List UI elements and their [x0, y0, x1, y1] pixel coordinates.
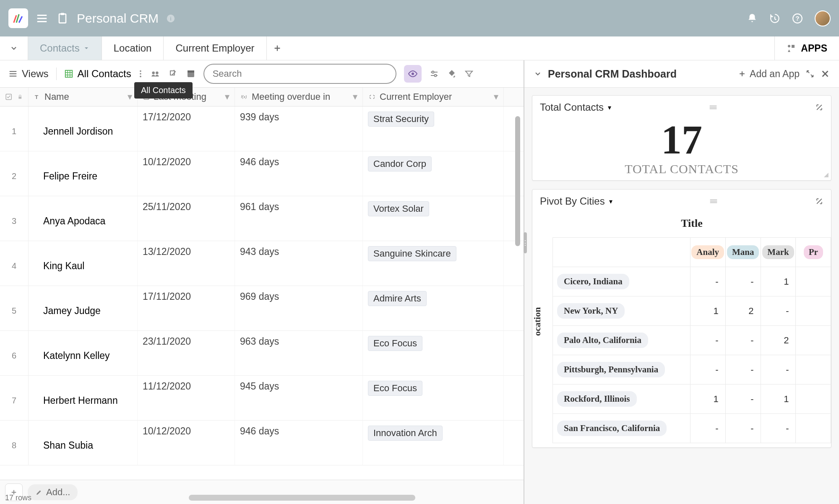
pivot-row[interactable]: Rockford, Illinois1-1 — [553, 384, 831, 414]
col-meeting-overdue[interactable]: f(x) Meeting overdue in ▾ — [235, 88, 363, 106]
vertical-scrollbar[interactable] — [515, 116, 520, 284]
add-tab-button[interactable] — [267, 36, 288, 60]
tab-location[interactable]: Location — [102, 36, 164, 60]
cell-current-employer[interactable]: Vortex Solar — [363, 196, 504, 241]
grid-body[interactable]: 1Jennell Jordison17/12/2020939 daysStrat… — [0, 107, 524, 480]
avatar[interactable] — [815, 10, 831, 26]
cell-current-employer[interactable]: Innovation Arch — [363, 421, 504, 465]
cell-last-meeting[interactable]: 17/11/2020 — [138, 286, 235, 330]
history-icon[interactable] — [769, 13, 780, 24]
cell-meeting-overdue[interactable]: 969 days — [235, 286, 363, 330]
table-row[interactable]: 5Jamey Judge17/11/2020969 daysAdmire Art… — [0, 286, 524, 331]
help-icon[interactable]: ? — [792, 13, 803, 24]
add-app-button[interactable]: Add an App — [738, 68, 800, 80]
current-view[interactable]: All Contacts — [64, 68, 131, 80]
share-icon[interactable] — [150, 68, 161, 79]
pivot-col-header[interactable]: Mark — [761, 238, 796, 267]
cell-current-employer[interactable]: Sanguine Skincare — [363, 241, 504, 286]
cell-name[interactable]: King Kaul — [29, 241, 138, 286]
table-row[interactable]: 6Katelynn Kelley23/11/2020963 daysEco Fo… — [0, 331, 524, 376]
checkbox-header[interactable] — [0, 88, 29, 106]
horizontal-scrollbar[interactable] — [189, 495, 415, 501]
info-icon[interactable]: i — [166, 14, 175, 23]
pivot-row[interactable]: Pittsburgh, Pennsylvania--- — [553, 355, 831, 384]
pivot-col-header[interactable]: Pr — [796, 238, 831, 267]
cell-last-meeting[interactable]: 17/12/2020 — [138, 107, 235, 151]
expand-icon[interactable] — [815, 197, 823, 205]
menu-icon[interactable] — [36, 12, 48, 25]
app-logo[interactable] — [8, 8, 28, 28]
cell-last-meeting[interactable]: 13/12/2020 — [138, 241, 235, 286]
chevron-down-icon[interactable]: ▾ — [225, 91, 229, 102]
search-box[interactable] — [203, 64, 396, 84]
cell-current-employer[interactable]: Strat Security — [363, 107, 504, 151]
table-row[interactable]: 1Jennell Jordison17/12/2020939 daysStrat… — [0, 107, 524, 151]
cell-name[interactable]: Anya Apodaca — [29, 196, 138, 241]
resize-handle-icon[interactable]: ◢ — [824, 171, 829, 178]
chevron-down-icon[interactable]: ▾ — [128, 91, 132, 102]
cell-current-employer[interactable]: Admire Arts — [363, 286, 504, 330]
filter-icon[interactable] — [464, 69, 474, 78]
cell-meeting-overdue[interactable]: 945 days — [235, 376, 363, 420]
close-icon[interactable] — [821, 69, 830, 78]
table-row[interactable]: 2Felipe Freire10/12/2020946 daysCandor C… — [0, 151, 524, 196]
settings-icon[interactable] — [429, 69, 439, 79]
cell-meeting-overdue[interactable]: 943 days — [235, 241, 363, 286]
cell-meeting-overdue[interactable]: 946 days — [235, 151, 363, 196]
tab-dropdown[interactable] — [0, 36, 28, 60]
drag-handle-icon[interactable] — [709, 104, 717, 110]
cell-name[interactable]: Jennell Jordison — [29, 107, 138, 151]
tab-contacts[interactable]: Contacts — [28, 36, 102, 60]
col-current-employer[interactable]: Current Employer ▾ — [363, 88, 504, 106]
widget-title[interactable]: Pivot By Cities — [540, 195, 605, 207]
cell-meeting-overdue[interactable]: 961 days — [235, 196, 363, 241]
view-options-icon[interactable] — [139, 69, 142, 78]
chevron-down-icon[interactable]: ▾ — [494, 91, 498, 102]
bell-icon[interactable] — [747, 13, 758, 24]
cell-meeting-overdue[interactable]: 939 days — [235, 107, 363, 151]
apps-button[interactable]: APPS — [774, 36, 839, 60]
splitter-handle[interactable] — [524, 232, 527, 253]
pivot-row[interactable]: Palo Alto, California--2 — [553, 326, 831, 355]
pivot-col-header[interactable]: Analy — [690, 238, 725, 267]
export-icon[interactable] — [168, 69, 178, 79]
widget-title[interactable]: Total Contacts — [540, 101, 604, 113]
cell-last-meeting[interactable]: 23/11/2020 — [138, 331, 235, 375]
visibility-toggle[interactable] — [404, 65, 422, 83]
cell-last-meeting[interactable]: 10/12/2020 — [138, 151, 235, 196]
cell-name[interactable]: Shan Subia — [29, 421, 138, 465]
cell-last-meeting[interactable]: 10/12/2020 — [138, 421, 235, 465]
cell-name[interactable]: Katelynn Kelley — [29, 331, 138, 375]
expand-icon[interactable] — [805, 69, 815, 78]
chevron-down-icon[interactable] — [534, 70, 542, 78]
table-row[interactable]: 8Shan Subia10/12/2020946 daysInnovation … — [0, 421, 524, 465]
cell-last-meeting[interactable]: 25/11/2020 — [138, 196, 235, 241]
pivot-col-header[interactable]: Mana — [725, 238, 761, 267]
cell-meeting-overdue[interactable]: 946 days — [235, 421, 363, 465]
expand-icon[interactable] — [815, 103, 823, 112]
cell-current-employer[interactable]: Eco Focus — [363, 376, 504, 420]
table-row[interactable]: 7Herbert Hermann11/12/2020945 daysEco Fo… — [0, 376, 524, 421]
drag-handle-icon[interactable] — [709, 198, 718, 204]
cell-name[interactable]: Jamey Judge — [29, 286, 138, 330]
pivot-row[interactable]: New York, NY12- — [553, 296, 831, 326]
cell-name[interactable]: Herbert Hermann — [29, 376, 138, 420]
cell-name[interactable]: Felipe Freire — [29, 151, 138, 196]
fill-icon[interactable] — [447, 69, 457, 79]
table-row[interactable]: 3Anya Apodaca25/11/2020961 daysVortex So… — [0, 196, 524, 241]
table-row[interactable]: 4King Kaul13/12/2020943 daysSanguine Ski… — [0, 241, 524, 286]
tab-current-employer[interactable]: Current Employer — [164, 36, 266, 60]
page-title[interactable]: Personal CRM — [77, 11, 159, 26]
search-input[interactable] — [213, 68, 387, 79]
col-name[interactable]: T Name ▾ — [29, 88, 138, 106]
cell-last-meeting[interactable]: 11/12/2020 — [138, 376, 235, 420]
cell-current-employer[interactable]: Candor Corp — [363, 151, 504, 196]
cell-current-employer[interactable]: Eco Focus — [363, 331, 504, 375]
add-row-label[interactable]: Add... — [28, 484, 78, 500]
pivot-row[interactable]: Cicero, Indiana--1 — [553, 267, 831, 296]
chevron-down-icon[interactable]: ▾ — [608, 104, 611, 112]
chevron-down-icon[interactable]: ▾ — [353, 91, 357, 102]
chevron-down-icon[interactable]: ▾ — [609, 197, 612, 205]
pivot-row[interactable]: San Francisco, California--- — [553, 414, 831, 443]
cell-meeting-overdue[interactable]: 963 days — [235, 331, 363, 375]
